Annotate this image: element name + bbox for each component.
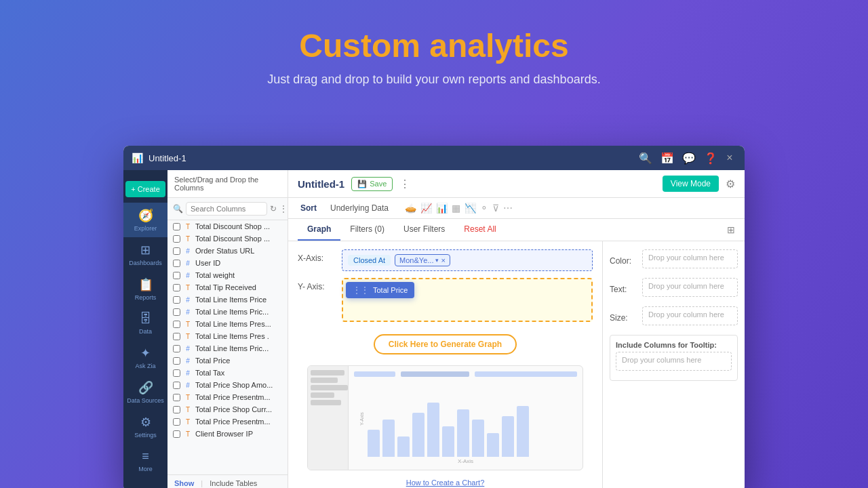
scatter-icon[interactable]: ⚬ <box>480 203 488 214</box>
bar-chart-icon[interactable]: 📊 <box>436 203 448 214</box>
text-drop-zone[interactable]: Drop your column here <box>642 278 738 297</box>
size-drop-zone[interactable]: Drop your column here <box>642 306 738 325</box>
hero-subtitle: Just drag and drop to build your own rep… <box>14 73 854 87</box>
sidebar-item-ask-zia[interactable]: ✦ Ask Zia <box>123 340 167 375</box>
refresh-icon[interactable]: ↻ <box>270 204 277 214</box>
list-item[interactable]: T Total Line Items Pres . <box>167 330 288 342</box>
sidebar-item-data-sources[interactable]: 🔗 Data Sources <box>123 375 167 409</box>
search-columns-icon: 🔍 <box>173 204 183 214</box>
list-item[interactable]: # Total Price <box>167 354 288 367</box>
tab-filters[interactable]: Filters (0) <box>340 219 394 241</box>
sidebar-item-data[interactable]: 🗄 Data <box>123 306 167 340</box>
more-columns-icon[interactable]: ⋮ <box>279 204 288 214</box>
sidebar-item-dashboards[interactable]: ⊞ Dashboards <box>123 237 167 272</box>
sidebar-item-explorer[interactable]: 🧭 Explorer <box>123 203 167 237</box>
sort-button[interactable]: Sort <box>298 202 319 214</box>
more-label: More <box>138 466 153 472</box>
underlying-data-button[interactable]: Underlying Data <box>328 202 391 214</box>
list-item[interactable]: T Total Tip Received <box>167 281 288 293</box>
color-row: Color: Drop your column here <box>610 249 738 272</box>
chart-bar <box>382 420 395 457</box>
list-item[interactable]: # Total weight <box>167 269 288 281</box>
ask-zia-icon: ✦ <box>140 346 151 361</box>
column-panel-header: Select/Drag and Drop the Columns <box>167 170 288 198</box>
list-item[interactable]: # Total Tax <box>167 367 288 379</box>
col-type-icon: T <box>184 284 192 291</box>
tab-graph[interactable]: Graph <box>298 219 340 241</box>
save-button[interactable]: 💾 Save <box>351 177 393 191</box>
tooltip-drop-zone[interactable]: Drop your columns here <box>616 352 732 371</box>
list-item[interactable]: T Total Discount Shop ... <box>167 220 288 232</box>
area-chart-icon[interactable]: 📉 <box>465 203 476 214</box>
calendar-icon[interactable]: 📅 <box>660 152 674 165</box>
sidebar-item-reports[interactable]: 📋 Reports <box>123 272 167 306</box>
reset-all-button[interactable]: Reset All <box>454 219 505 241</box>
settings-gear-icon[interactable]: ⚙ <box>726 178 735 190</box>
remove-month-year-icon[interactable]: × <box>441 256 445 264</box>
generate-graph-button[interactable]: Click Here to Generate Graph <box>374 334 517 354</box>
stacked-bar-icon[interactable]: ▦ <box>452 203 460 214</box>
sidebar-item-more[interactable]: ≡ More <box>123 444 167 478</box>
list-item[interactable]: T Total Price Shop Curr... <box>167 403 288 415</box>
chart-bar <box>412 413 425 457</box>
more-charts-icon[interactable]: ⋯ <box>503 203 513 214</box>
window-title: Untitled-1 <box>149 153 633 163</box>
list-item[interactable]: T Client Browser IP <box>167 428 288 440</box>
color-label: Color: <box>610 256 637 266</box>
view-mode-button[interactable]: View Mode <box>663 176 719 192</box>
settings-label: Settings <box>134 432 157 439</box>
pie-chart-icon[interactable]: 🥧 <box>405 203 416 214</box>
dragged-total-price[interactable]: ⋮⋮ Total Price <box>346 282 414 298</box>
layout-icon[interactable]: ⊞ <box>727 219 735 241</box>
list-item[interactable]: # Total Line Items Pric... <box>167 306 288 318</box>
list-item[interactable]: T Total Line Items Pres... <box>167 318 288 330</box>
col-type-icon: # <box>184 345 192 352</box>
close-button[interactable]: × <box>723 151 736 165</box>
col-type-icon: # <box>184 357 192 365</box>
chart-bar <box>517 406 529 457</box>
chevron-down-icon[interactable]: ▾ <box>435 257 439 264</box>
list-item[interactable]: # Total Line Items Pric... <box>167 342 288 354</box>
hero-section: Custom analytics Just drag and drop to b… <box>0 0 868 100</box>
funnel-icon[interactable]: ⊽ <box>492 203 499 214</box>
create-button[interactable]: + Create <box>125 181 165 197</box>
list-item[interactable]: # Order Status URL <box>167 245 288 257</box>
text-row: Text: Drop your column here <box>610 278 738 301</box>
color-drop-zone[interactable]: Drop your column here <box>642 249 738 268</box>
show-button[interactable]: Show <box>174 479 194 487</box>
tab-user-filters[interactable]: User Filters <box>394 219 454 241</box>
app-body: + Create 🧭 Explorer ⊞ Dashboards 📋 Repor… <box>123 170 745 488</box>
drag-handle-icon: ⋮⋮ <box>353 285 369 295</box>
builder-tabs: Graph Filters (0) User Filters Reset All… <box>288 219 745 241</box>
help-icon[interactable]: ❓ <box>704 152 717 165</box>
chart-preview: Y-Axis X-Axis <box>307 365 583 470</box>
app-window: 📊 Untitled-1 🔍 📅 💬 ❓ × + Create 🧭 Explor… <box>123 146 745 488</box>
search-icon[interactable]: 🔍 <box>639 152 652 165</box>
list-item[interactable]: T Total Price Presentm... <box>167 391 288 403</box>
col-type-icon: # <box>184 308 192 316</box>
column-panel: Select/Drag and Drop the Columns 🔍 ↻ ⋮ T… <box>167 170 288 488</box>
list-item[interactable]: T Total Discount Shop ... <box>167 232 288 245</box>
x-axis-drop-zone[interactable]: Closed At Mon&Ye... ▾ × <box>342 249 593 271</box>
more-options-icon[interactable]: ⋮ <box>399 178 410 190</box>
line-chart-icon[interactable]: 📈 <box>420 203 432 214</box>
search-columns-input[interactable] <box>186 202 267 216</box>
reports-icon: 📋 <box>138 277 153 292</box>
y-axis-drop-zone[interactable]: ⋮⋮ Total Price <box>342 278 593 322</box>
x-axis-chart-label: X-Axis <box>354 458 577 464</box>
explorer-label: Explorer <box>134 225 157 232</box>
chat-icon[interactable]: 💬 <box>682 152 696 165</box>
include-tables-button[interactable]: Include Tables <box>210 479 257 487</box>
how-to-create-chart-link[interactable]: How to Create a Chart? <box>298 476 593 488</box>
size-label: Size: <box>610 313 637 323</box>
sidebar-item-settings[interactable]: ⚙ Settings <box>123 409 167 444</box>
list-item[interactable]: T Total Price Presentm... <box>167 415 288 428</box>
chart-bar <box>427 403 439 457</box>
list-item[interactable]: # User ID <box>167 257 288 269</box>
list-item[interactable]: # Total Price Shop Amo... <box>167 379 288 391</box>
col-type-icon: # <box>184 296 192 304</box>
column-panel-footer: Show | Include Tables <box>167 474 288 488</box>
dashboards-icon: ⊞ <box>140 243 151 258</box>
report-title: Untitled-1 <box>298 178 344 190</box>
list-item[interactable]: # Total Line Items Price <box>167 293 288 306</box>
